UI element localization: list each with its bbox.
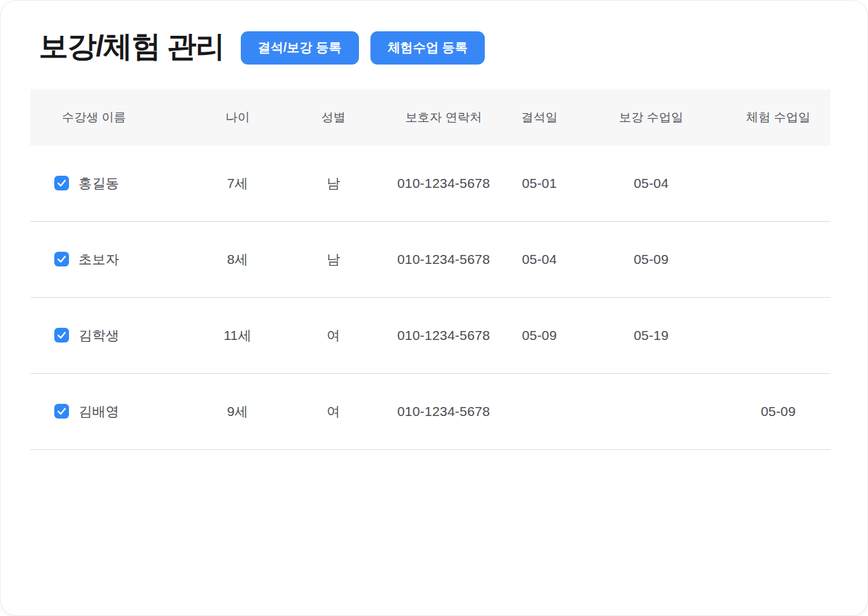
column-header: 결석일	[503, 109, 576, 126]
trial-date-cell: 05-09	[726, 404, 830, 419]
header-actions: 결석/보강 등록 체험수업 등록	[241, 31, 485, 65]
table-row: 김학생11세여010-1234-567805-0905-19	[30, 298, 830, 374]
student-name-cell: 김배영	[30, 403, 193, 420]
makeup-trial-management-page: 보강/체험 관리 결석/보강 등록 체험수업 등록 수강생 이름나이성별보호자 …	[0, 0, 868, 616]
makeup-date-cell: 05-19	[576, 328, 726, 343]
gender-cell: 남	[282, 174, 385, 192]
age-cell: 7세	[193, 174, 282, 192]
row-checkbox[interactable]	[54, 176, 69, 190]
row-checkbox[interactable]	[54, 252, 69, 266]
trial-class-register-button[interactable]: 체험수업 등록	[370, 31, 485, 65]
student-name: 초보자	[79, 250, 119, 268]
absence-date-cell: 05-09	[503, 328, 576, 343]
column-header: 보호자 연락처	[385, 109, 503, 126]
makeup-date-cell: 05-09	[576, 252, 726, 267]
gender-cell: 남	[282, 250, 385, 268]
guardian-phone-cell: 010-1234-5678	[385, 252, 503, 267]
absence-makeup-register-button[interactable]: 결석/보강 등록	[241, 31, 359, 65]
row-checkbox[interactable]	[54, 404, 69, 419]
column-header: 수강생 이름	[30, 109, 193, 126]
absence-date-cell: 05-01	[503, 176, 576, 191]
student-name-cell: 초보자	[30, 250, 193, 268]
column-header: 나이	[193, 109, 282, 126]
guardian-phone-cell: 010-1234-5678	[385, 176, 503, 191]
age-cell: 11세	[193, 327, 282, 344]
student-name-cell: 김학생	[30, 327, 193, 344]
table-row: 김배영9세여010-1234-567805-09	[30, 374, 830, 450]
table-header-row: 수강생 이름나이성별보호자 연락처결석일보강 수업일체험 수업일	[30, 89, 830, 146]
students-table: 수강생 이름나이성별보호자 연락처결석일보강 수업일체험 수업일 홍길동7세남0…	[30, 89, 830, 450]
table-body: 홍길동7세남010-1234-567805-0105-04초보자8세남010-1…	[30, 146, 830, 450]
column-header: 성별	[282, 109, 385, 126]
student-name: 홍길동	[79, 174, 119, 192]
student-name: 김배영	[79, 403, 119, 420]
gender-cell: 여	[282, 403, 385, 420]
row-checkbox[interactable]	[54, 328, 69, 343]
table-row: 홍길동7세남010-1234-567805-0105-04	[30, 146, 830, 222]
age-cell: 8세	[193, 250, 282, 268]
absence-date-cell: 05-04	[503, 252, 576, 267]
page-title: 보강/체험 관리	[39, 27, 224, 66]
page-header: 보강/체험 관리 결석/보강 등록 체험수업 등록	[1, 1, 867, 66]
table-row: 초보자8세남010-1234-567805-0405-09	[30, 222, 830, 298]
column-header: 체험 수업일	[726, 109, 830, 126]
guardian-phone-cell: 010-1234-5678	[385, 328, 503, 343]
student-name-cell: 홍길동	[30, 174, 193, 192]
student-name: 김학생	[79, 327, 119, 344]
age-cell: 9세	[193, 403, 282, 420]
column-header: 보강 수업일	[576, 109, 726, 126]
gender-cell: 여	[282, 327, 385, 344]
guardian-phone-cell: 010-1234-5678	[385, 404, 503, 419]
makeup-date-cell: 05-04	[576, 176, 726, 191]
